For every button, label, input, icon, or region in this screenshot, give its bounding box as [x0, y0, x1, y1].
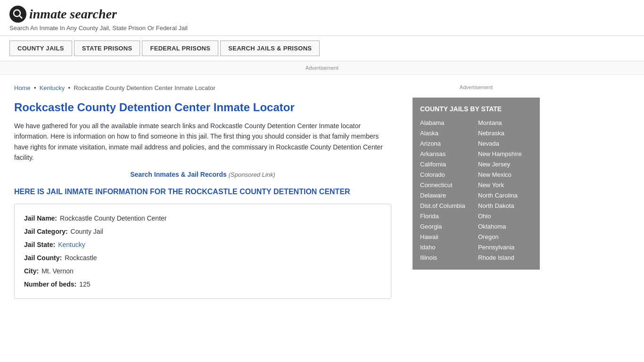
state-link-col1-0[interactable]: Alabama [420, 118, 474, 127]
city-value: Mt. Vernon [41, 264, 74, 278]
jail-category-value: County Jail [71, 225, 103, 238]
state-link-col2-9[interactable]: Ohio [478, 212, 532, 221]
sponsored-label: (Sponsored Link) [229, 171, 275, 178]
city-row: City: Mt. Vernon [24, 264, 381, 278]
state-link-col1-6[interactable]: Connecticut [420, 181, 474, 189]
state-link-col1-7[interactable]: Delaware [420, 191, 474, 200]
sponsored-link-area: Search Inmates & Jail Records (Sponsored… [14, 171, 391, 178]
svg-line-1 [20, 16, 23, 19]
jail-category-label: Jail Category: [24, 225, 68, 238]
jail-name-label: Jail Name: [24, 212, 57, 225]
sidebar-ad: Advertisement [413, 84, 540, 90]
ad-banner: Advertisement [0, 61, 644, 75]
state-link-col2-0[interactable]: Montana [478, 118, 532, 127]
logo-icon [9, 6, 26, 23]
main-content: Home • Kentucky • Rockcastle County Dete… [0, 75, 405, 308]
num-beds-value: 125 [79, 278, 90, 291]
breadcrumb-home[interactable]: Home [14, 84, 31, 91]
state-link-col2-8[interactable]: North Dakota [478, 201, 532, 210]
state-link-col2-7[interactable]: North Carolina [478, 191, 532, 200]
state-link-col2-5[interactable]: New Mexico [478, 170, 532, 179]
state-link-col1-8[interactable]: Dist.of Columbia [420, 201, 474, 210]
county-jails-title: COUNTY JAILS BY STATE [420, 105, 532, 113]
state-link-col1-2[interactable]: Arizona [420, 139, 474, 148]
jail-name-value: Rockcastle County Detention Center [60, 212, 166, 225]
content-wrap: Home • Kentucky • Rockcastle County Dete… [0, 75, 644, 308]
info-box: Jail Name: Rockcastle County Detention C… [14, 204, 391, 299]
logo-text: inmate searcher [29, 7, 117, 22]
federal-prisons-button[interactable]: FEDERAL PRISONS [142, 41, 218, 56]
state-link-col2-11[interactable]: Oregon [478, 232, 532, 241]
state-link-col2-10[interactable]: Oklahoma [478, 222, 532, 231]
header: inmate searcher Search An Inmate In Any … [0, 0, 644, 36]
state-link-col2-4[interactable]: New Jersey [478, 160, 532, 169]
intro-text: We have gathered for you all the availab… [14, 121, 391, 163]
num-beds-row: Number of beds: 125 [24, 278, 381, 291]
jail-state-row: Jail State: Kentucky [24, 238, 381, 251]
sponsored-link[interactable]: Search Inmates & Jail Records [130, 171, 227, 178]
breadcrumb-current: Rockcastle County Detention Center Inmat… [74, 84, 215, 91]
state-link-col1-1[interactable]: Alaska [420, 129, 474, 138]
state-link-col2-13[interactable]: Rhode Island [478, 253, 532, 262]
jail-state-label: Jail State: [24, 238, 55, 251]
state-link-col1-11[interactable]: Hawaii [420, 232, 474, 241]
county-jails-box: COUNTY JAILS BY STATE AlabamaMontanaAlas… [413, 98, 540, 270]
search-jails-button[interactable]: SEARCH JAILS & PRISONS [220, 41, 320, 56]
state-link-col1-5[interactable]: Colorado [420, 170, 474, 179]
sidebar: Advertisement COUNTY JAILS BY STATE Alab… [405, 75, 547, 308]
state-link-col2-3[interactable]: New Hampshire [478, 149, 532, 158]
county-jails-button[interactable]: COUNTY JAILS [9, 41, 72, 56]
state-link-col1-13[interactable]: Illinois [420, 253, 474, 262]
state-link-col1-4[interactable]: California [420, 160, 474, 169]
state-link-col2-1[interactable]: Nebraska [478, 129, 532, 138]
state-link-col2-6[interactable]: New York [478, 181, 532, 189]
jail-state-value[interactable]: Kentucky [58, 238, 85, 251]
breadcrumb-state[interactable]: Kentucky [40, 84, 65, 91]
state-link-col1-10[interactable]: Georgia [420, 222, 474, 231]
breadcrumb: Home • Kentucky • Rockcastle County Dete… [14, 84, 391, 91]
num-beds-label: Number of beds: [24, 278, 76, 291]
state-link-col1-9[interactable]: Florida [420, 212, 474, 221]
states-grid: AlabamaMontanaAlaskaNebraskaArizonaNevad… [420, 118, 532, 262]
logo-area: inmate searcher [9, 6, 635, 23]
state-prisons-button[interactable]: STATE PRISONS [74, 41, 140, 56]
section-heading: HERE IS JAIL INMATE INFORMATION FOR THE … [14, 188, 391, 196]
state-link-col2-12[interactable]: Pennsylvania [478, 243, 532, 252]
jail-county-row: Jail County: Rockcastle [24, 251, 381, 264]
city-label: City: [24, 264, 39, 278]
svg-point-0 [14, 10, 20, 16]
nav-bar: COUNTY JAILS STATE PRISONS FEDERAL PRISO… [0, 36, 644, 61]
jail-name-row: Jail Name: Rockcastle County Detention C… [24, 212, 381, 225]
state-link-col1-12[interactable]: Idaho [420, 243, 474, 252]
jail-category-row: Jail Category: County Jail [24, 225, 381, 238]
state-link-col2-2[interactable]: Nevada [478, 139, 532, 148]
state-link-col1-3[interactable]: Arkansas [420, 149, 474, 158]
jail-county-value: Rockcastle [65, 251, 97, 264]
jail-county-label: Jail County: [24, 251, 62, 264]
tagline: Search An Inmate In Any County Jail, Sta… [9, 25, 635, 32]
page-title: Rockcastle County Detention Center Inmat… [14, 101, 391, 114]
